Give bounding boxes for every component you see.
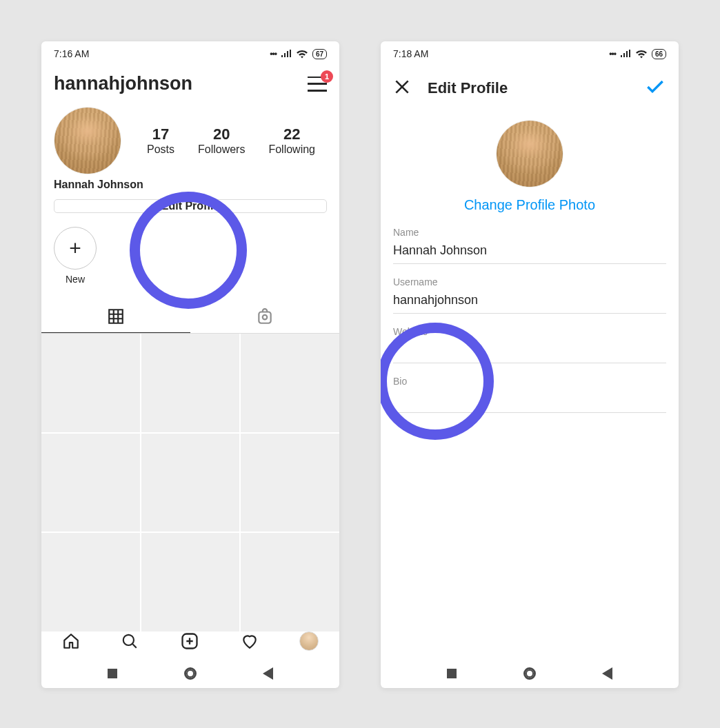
android-recent-icon[interactable] <box>108 669 117 678</box>
status-right: ••• 67 <box>270 49 327 59</box>
stat-posts[interactable]: 17 Posts <box>147 125 174 156</box>
posts-label: Posts <box>147 143 174 156</box>
notification-badge: 1 <box>321 70 333 83</box>
nav-profile[interactable] <box>299 631 319 651</box>
posts-grid <box>41 334 339 631</box>
battery-icon: 66 <box>652 49 666 59</box>
bio-field[interactable] <box>393 390 666 413</box>
avatar[interactable] <box>496 120 563 188</box>
close-button[interactable] <box>393 78 411 99</box>
android-nav <box>41 659 339 688</box>
svg-point-1 <box>263 315 268 320</box>
cellular-dots-icon: ••• <box>270 49 277 59</box>
post-cell[interactable] <box>41 334 140 432</box>
search-icon <box>121 632 139 650</box>
name-label: Name <box>393 227 666 238</box>
username-label: Username <box>393 276 666 287</box>
stat-followers[interactable]: 20 Followers <box>198 125 245 156</box>
profile-screen: 7:16 AM ••• 67 hannahjohnson 1 17 <box>41 41 339 688</box>
status-right: ••• 66 <box>609 49 666 59</box>
stat-following[interactable]: 22 Following <box>268 125 315 156</box>
close-icon <box>393 78 411 96</box>
post-cell[interactable] <box>141 434 240 532</box>
plus-icon[interactable]: + <box>54 227 97 270</box>
menu-button[interactable]: 1 <box>308 77 327 92</box>
android-nav <box>381 659 679 688</box>
avatar-small-icon <box>299 631 319 651</box>
tab-tagged[interactable] <box>190 300 339 333</box>
post-cell[interactable] <box>141 334 240 432</box>
post-cell[interactable] <box>241 533 339 631</box>
nav-activity[interactable] <box>241 632 259 650</box>
grid-icon <box>107 307 125 325</box>
change-photo-button[interactable]: Change Profile Photo <box>464 197 595 213</box>
android-recent-icon[interactable] <box>447 669 457 678</box>
cellular-dots-icon: ••• <box>609 49 616 59</box>
svg-rect-0 <box>259 312 270 323</box>
android-home-icon[interactable] <box>523 667 536 680</box>
android-back-icon[interactable] <box>263 667 273 680</box>
post-cell[interactable] <box>241 434 339 532</box>
display-name: Hannah Johnson <box>41 174 339 191</box>
posts-count: 17 <box>147 125 174 143</box>
tab-grid[interactable] <box>41 300 190 333</box>
edit-profile-button[interactable]: Edit Profile <box>54 199 327 213</box>
nav-create[interactable] <box>180 631 199 651</box>
android-back-icon[interactable] <box>602 667 612 680</box>
battery-icon: 67 <box>312 49 327 59</box>
highlight-new[interactable]: + New <box>54 227 97 285</box>
followers-label: Followers <box>198 143 245 156</box>
highlight-label: New <box>54 274 97 285</box>
heart-icon <box>241 632 259 650</box>
signal-icon <box>620 50 631 58</box>
wifi-icon <box>635 50 648 59</box>
username-field[interactable] <box>393 290 666 314</box>
edit-profile-screen: 7:18 AM ••• 66 Edit Profile Change Profi… <box>381 41 679 688</box>
profile-stats: 17 Posts 20 Followers 22 Following <box>135 125 327 156</box>
confirm-button[interactable] <box>644 76 666 101</box>
signal-icon <box>281 50 292 58</box>
home-icon <box>62 632 80 650</box>
tagged-icon <box>256 307 274 325</box>
website-field[interactable] <box>393 340 666 363</box>
post-cell[interactable] <box>41 533 140 631</box>
avatar[interactable] <box>54 107 121 174</box>
following-label: Following <box>268 143 315 156</box>
post-cell[interactable] <box>241 334 339 432</box>
status-time: 7:16 AM <box>54 48 89 59</box>
edit-form: Name Username Website Bio <box>381 213 679 413</box>
followers-count: 20 <box>198 125 245 143</box>
profile-username[interactable]: hannahjohnson <box>54 73 192 94</box>
bio-label: Bio <box>393 376 666 387</box>
post-cell[interactable] <box>41 434 140 532</box>
name-field[interactable] <box>393 241 666 264</box>
android-home-icon[interactable] <box>184 667 197 680</box>
website-label: Website <box>393 326 666 337</box>
wifi-icon <box>296 50 308 59</box>
status-bar: 7:16 AM ••• 67 <box>41 41 339 66</box>
plus-square-icon <box>180 631 199 651</box>
nav-search[interactable] <box>121 632 139 650</box>
following-count: 22 <box>268 125 315 143</box>
status-bar: 7:18 AM ••• 66 <box>381 41 679 66</box>
nav-home[interactable] <box>62 632 80 650</box>
post-cell[interactable] <box>141 533 240 631</box>
svg-point-2 <box>123 634 134 645</box>
page-title: Edit Profile <box>428 79 644 97</box>
status-time: 7:18 AM <box>393 48 428 59</box>
check-icon <box>644 76 666 98</box>
